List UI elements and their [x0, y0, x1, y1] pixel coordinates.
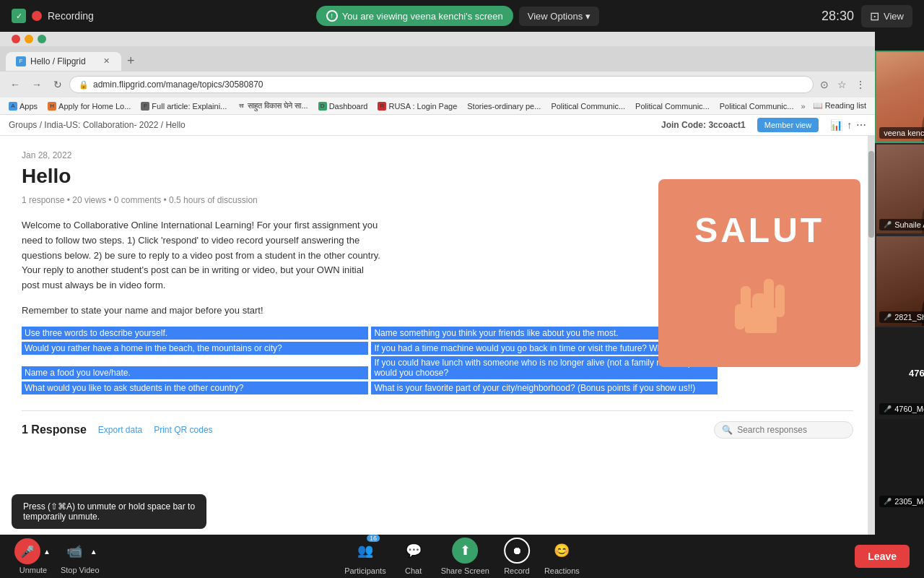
window-controls: [6, 35, 52, 43]
page-date: Jan 28, 2022: [22, 150, 853, 160]
participant-name-3: 2821_Sharvari Kurundwad.: [894, 313, 924, 322]
participant-name-5: 2305_Meghana Maliyadri: [894, 497, 924, 506]
browser-area: F Hello / Flipgrid ✕ + ← → ↻ 🔒 admin.fli…: [0, 32, 875, 535]
more-bookmarks[interactable]: »: [801, 102, 805, 111]
page-content: Jan 28, 2022 Hello 1 response • 20 views…: [0, 136, 875, 535]
highlight-item-5: Name a food you love/hate.: [22, 366, 368, 379]
stop-video-button[interactable]: 📹: [61, 538, 87, 564]
top-bar-left: ✓ Recording: [12, 9, 94, 23]
share-icon[interactable]: ⊙: [816, 77, 832, 92]
sidebar-nav-up[interactable]: ▲: [875, 32, 924, 51]
bookmark-dashboard[interactable]: D Dashboard: [315, 100, 371, 112]
bookmark-political3[interactable]: Political Communic...: [717, 100, 797, 112]
bookmark-apps[interactable]: A Apps: [6, 100, 40, 112]
new-tab-button[interactable]: +: [121, 51, 141, 72]
page-icons: 📊 ↑ ⋯: [830, 119, 866, 131]
search-icon: 🔍: [722, 425, 733, 435]
address-bar[interactable]: 🔒 admin.flipgrid.com/manage/topics/30580…: [69, 76, 814, 93]
view-button[interactable]: ⊡ View: [861, 5, 912, 27]
viewing-banner: ! You are viewing veena kenchi's screen: [316, 6, 513, 26]
chat-button[interactable]: 💬 Chat: [401, 538, 427, 575]
bookmark-political2[interactable]: Political Communic...: [632, 100, 712, 112]
participant-name-display-4: 4760_Mokshda D...: [909, 368, 924, 379]
unmute-label: Unmute: [19, 566, 48, 574]
participant-name-4: 4760_Mokshda Desai: [894, 405, 924, 413]
window-maximize-button[interactable]: [38, 35, 46, 43]
record-button[interactable]: ⏺ Record: [504, 538, 530, 575]
chevron-down-icon: ▾: [585, 11, 590, 22]
top-bar-right: 28:30 ⊡ View: [821, 5, 912, 27]
participant-video-1: veena kenchi: [875, 51, 924, 143]
svg-rect-5: [735, 304, 745, 329]
unmute-group: 🎤 ▲ Unmute: [14, 538, 52, 574]
address-text: admin.flipgrid.com/manage/topics/3058087…: [93, 79, 263, 90]
share-screen-icon: ⬆: [452, 538, 478, 564]
participant-name-badge-5: 🎤 2305_Meghana Maliyadri: [879, 496, 924, 507]
share-screen-button[interactable]: ⬆ Share Screen: [441, 538, 489, 575]
participants-button[interactable]: 👥 16 Participants: [344, 538, 385, 575]
bookmark-reading-list[interactable]: 📖 Reading list: [810, 100, 870, 112]
participant-name-badge-4: 🎤 4760_Mokshda Desai: [879, 403, 924, 415]
participant-name-badge-1: veena kenchi: [879, 127, 924, 139]
more-icon[interactable]: ⋮: [852, 77, 869, 92]
article-favicon: F: [141, 102, 149, 111]
forward-button[interactable]: →: [27, 77, 46, 92]
bookmark-article[interactable]: F Full article: Explaini...: [138, 100, 230, 112]
refresh-button[interactable]: ↻: [49, 77, 66, 92]
reactions-icon: 😊: [549, 538, 575, 564]
bookmark-icon[interactable]: ☆: [834, 77, 850, 92]
stop-video-group: 📹 ▲ Stop Video: [61, 538, 100, 574]
breadcrumb: Groups / India-US: Collaboration- 2022 /…: [9, 120, 186, 130]
window-minimize-button[interactable]: [25, 35, 33, 43]
browser-tab-active[interactable]: F Hello / Flipgrid ✕: [6, 52, 121, 71]
muted-mic-icon-2: 🎤: [884, 221, 892, 228]
unmute-caret-button[interactable]: ▲: [42, 548, 52, 556]
muted-mic-icon-5: 🎤: [884, 498, 892, 505]
sidebar-nav-down[interactable]: ▼: [875, 512, 924, 535]
page-nav-bar: Groups / India-US: Collaboration- 2022 /…: [0, 115, 875, 136]
participants-label: Participants: [344, 566, 385, 575]
search-responses[interactable]: 🔍: [714, 421, 853, 439]
view-options-label: View Options: [528, 11, 583, 22]
svg-rect-4: [745, 308, 777, 333]
export-data-link[interactable]: Export data: [98, 425, 142, 435]
bookmark-rusa[interactable]: R RUSA : Login Page: [375, 100, 460, 112]
bottom-bar-right: Leave: [855, 545, 910, 568]
ellipsis-icon[interactable]: ⋯: [856, 119, 866, 131]
chart-icon[interactable]: 📊: [830, 119, 842, 131]
print-qr-link[interactable]: Print QR codes: [154, 425, 212, 435]
search-responses-input[interactable]: [737, 425, 845, 435]
leave-button[interactable]: Leave: [855, 545, 910, 568]
muted-mic-icon-3: 🎤: [884, 314, 892, 321]
apps-favicon: A: [9, 102, 17, 111]
bottom-bar: 🎤 ▲ Unmute 📹 ▲ Stop Video 👥 16 Participa…: [0, 535, 924, 578]
participant-video-5: m 🎤 2305_Meghana Maliyadri: [875, 419, 924, 512]
bookmark-hindi[interactable]: सा साहुत विकास घेने सा...: [234, 100, 310, 112]
participant-video-2: 🎤 Suhaile Azavedo: [875, 143, 924, 236]
participant-video-3: 🎤 2821_Sharvari Kurundwad.: [875, 235, 924, 327]
home-favicon: H: [48, 102, 56, 111]
scrollbar[interactable]: [868, 136, 875, 535]
member-view-button[interactable]: Member view: [757, 118, 819, 132]
responses-count: 1 Response: [22, 423, 87, 436]
top-bar: ✓ Recording ! You are viewing veena kenc…: [0, 0, 924, 32]
bookmark-political1[interactable]: Political Communic...: [548, 100, 628, 112]
back-button[interactable]: ←: [6, 77, 25, 92]
reactions-button[interactable]: 😊 Reactions: [544, 538, 580, 575]
scrollbar-thumb[interactable]: [868, 151, 874, 238]
mute-notification-line2: temporarily unmute.: [23, 512, 100, 522]
upload-icon[interactable]: ↑: [847, 119, 852, 131]
view-options-button[interactable]: View Options ▾: [519, 7, 599, 26]
highlight-item-1: Use three words to describe yourself.: [22, 327, 368, 340]
responses-section: 1 Response Export data Print QR codes 🔍: [22, 410, 853, 439]
tab-close-button[interactable]: ✕: [101, 56, 111, 66]
unmute-button[interactable]: 🎤: [14, 538, 40, 564]
bookmark-stories[interactable]: Stories-ordinary pe...: [464, 100, 544, 112]
join-code: Join Code: 3ccoact1: [661, 120, 746, 130]
meeting-timer: 28:30: [821, 9, 854, 24]
video-caret-button[interactable]: ▲: [89, 548, 99, 556]
bookmark-home[interactable]: H Apply for Home Lo...: [45, 100, 134, 112]
window-close-button[interactable]: [12, 35, 20, 43]
dashboard-favicon: D: [318, 102, 327, 111]
responses-header: 1 Response Export data Print QR codes 🔍: [22, 421, 853, 439]
